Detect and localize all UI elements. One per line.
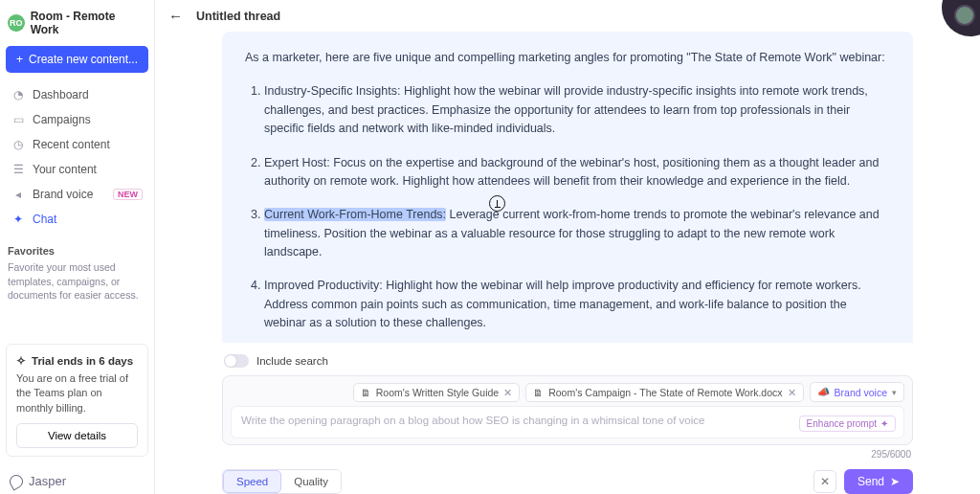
clock-icon: ◷ <box>11 138 25 151</box>
send-label: Send <box>858 475 884 488</box>
sidebar-item-dashboard[interactable]: ◔ Dashboard <box>6 82 148 107</box>
workspace-badge: RO <box>8 14 25 32</box>
brand-logo[interactable]: Jasper <box>6 466 148 494</box>
mode-quality-button[interactable]: Quality <box>281 470 341 493</box>
chat-scroll-area: As a marketer, here are five unique and … <box>155 28 980 343</box>
assistant-message[interactable]: As a marketer, here are five unique and … <box>222 32 913 343</box>
create-content-button[interactable]: + Create new content... <box>6 46 148 73</box>
sidebar: RO Room - Remote Work + Create new conte… <box>0 0 155 494</box>
chip-campaign-doc[interactable]: 🗎 Room's Campaign - The State of Remote … <box>525 383 803 402</box>
list-item: Expert Host: Focus on the expertise and … <box>264 154 890 191</box>
prompt-placeholder: Write the opening paragraph on a blog ab… <box>241 415 704 426</box>
sparkle-icon: ✧ <box>16 354 26 368</box>
mode-segmented-control: Speed Quality <box>222 469 342 494</box>
sidebar-item-recent[interactable]: ◷ Recent content <box>6 132 148 157</box>
mode-speed-button[interactable]: Speed <box>223 470 281 493</box>
document-icon: 🗎 <box>361 387 371 398</box>
sidebar-nav: ◔ Dashboard ▭ Campaigns ◷ Recent content… <box>6 82 148 232</box>
sidebar-item-chat[interactable]: ✦ Chat <box>6 207 148 232</box>
close-icon: ✕ <box>820 475 830 488</box>
create-content-label: Create new content... <box>29 53 138 66</box>
folder-icon: ▭ <box>11 113 25 126</box>
main-panel: ← Untitled thread As a marketer, here ar… <box>155 0 980 494</box>
message-intro: As a marketer, here are five unique and … <box>245 49 890 67</box>
sidebar-item-label: Your content <box>33 163 97 176</box>
sidebar-item-label: Campaigns <box>33 113 91 126</box>
message-list: Industry-Specific Insights: Highlight ho… <box>245 82 890 343</box>
sidebar-item-label: Recent content <box>33 138 110 151</box>
composer: 🗎 Room's Written Style Guide ✕ 🗎 Room's … <box>222 375 913 445</box>
include-search-row: Include search <box>224 354 913 368</box>
thread-header: ← Untitled thread <box>155 0 980 28</box>
close-icon[interactable]: ✕ <box>503 387 512 398</box>
enhance-prompt-button[interactable]: Enhance prompt ✦ <box>799 415 896 432</box>
send-arrow-icon: ➤ <box>890 475 900 488</box>
sidebar-item-campaigns[interactable]: ▭ Campaigns <box>6 107 148 132</box>
brand-logo-text: Jasper <box>29 474 66 488</box>
text-selection: Current Work-From-Home Trends: <box>264 208 446 221</box>
chip-label: Brand voice <box>835 387 887 398</box>
view-details-button[interactable]: View details <box>16 423 138 448</box>
composer-footer: Speed Quality ✕ Send ➤ <box>155 460 980 494</box>
favorites-title: Favorites <box>8 245 146 257</box>
new-badge: NEW <box>113 189 143 200</box>
document-icon: ☰ <box>11 163 25 176</box>
workspace-selector[interactable]: RO Room - Remote Work <box>6 8 148 46</box>
trial-title-text: Trial ends in 6 days <box>32 355 133 367</box>
include-search-toggle[interactable] <box>224 354 249 368</box>
sidebar-item-label: Brand voice <box>33 188 93 201</box>
chip-label: Room's Written Style Guide <box>376 387 499 398</box>
chat-icon: ✦ <box>11 213 25 226</box>
back-arrow-icon[interactable]: ← <box>168 8 183 24</box>
sparkle-icon: ✦ <box>880 418 888 429</box>
clear-button[interactable]: ✕ <box>813 470 836 493</box>
chip-brand-voice[interactable]: 📣 Brand voice ▾ <box>810 382 904 402</box>
plus-icon: + <box>16 53 23 66</box>
context-chips-row: 🗎 Room's Written Style Guide ✕ 🗎 Room's … <box>231 382 904 402</box>
enhance-label: Enhance prompt <box>807 418 877 429</box>
include-search-label: Include search <box>256 355 328 367</box>
list-item: Improved Productivity: Highlight how the… <box>264 277 890 332</box>
gauge-icon: ◔ <box>11 88 25 101</box>
sidebar-item-label: Dashboard <box>33 88 89 101</box>
thread-title: Untitled thread <box>196 10 280 23</box>
trial-card: ✧ Trial ends in 6 days You are on a free… <box>6 344 148 457</box>
character-counter: 295/6000 <box>222 449 911 460</box>
sidebar-item-brand-voice[interactable]: ◂ Brand voice NEW <box>6 182 148 207</box>
trial-description: You are on a free trial of the Teams pla… <box>16 371 138 415</box>
composer-area: Include search 🗎 Room's Written Style Gu… <box>155 343 980 460</box>
send-button[interactable]: Send ➤ <box>844 469 913 494</box>
workspace-name: Room - Remote Work <box>31 10 145 36</box>
chip-style-guide[interactable]: 🗎 Room's Written Style Guide ✕ <box>353 383 520 402</box>
document-icon: 🗎 <box>533 387 544 398</box>
chevron-down-icon: ▾ <box>892 388 897 397</box>
sidebar-item-your-content[interactable]: ☰ Your content <box>6 157 148 182</box>
megaphone-icon: ◂ <box>11 188 25 201</box>
jasper-icon <box>7 472 25 490</box>
sidebar-item-label: Chat <box>33 213 56 226</box>
chip-label: Room's Campaign - The State of Remote Wo… <box>548 387 782 398</box>
list-item: Current Work-From-Home Trends: Leverage … <box>264 206 890 261</box>
list-item: Industry-Specific Insights: Highlight ho… <box>264 82 890 138</box>
favorites-section: Favorites Favorite your most used templa… <box>6 245 148 303</box>
trial-title: ✧ Trial ends in 6 days <box>16 354 138 368</box>
favorites-description: Favorite your most used templates, campa… <box>8 260 146 303</box>
prompt-input[interactable]: Write the opening paragraph on a blog ab… <box>231 406 904 438</box>
avatar <box>954 5 975 26</box>
close-icon[interactable]: ✕ <box>788 387 796 398</box>
megaphone-icon: 📣 <box>817 386 830 398</box>
